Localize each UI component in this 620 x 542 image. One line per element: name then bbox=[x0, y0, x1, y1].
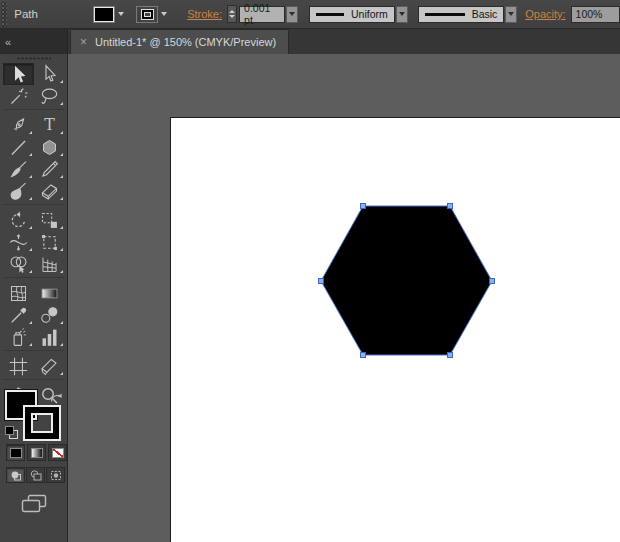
tool-rotate[interactable] bbox=[3, 209, 34, 231]
blob-brush-icon bbox=[8, 181, 29, 202]
width-profile-select[interactable]: Uniform bbox=[309, 6, 395, 23]
tab-title: Untitled-1* @ 150% (CMYK/Preview) bbox=[95, 36, 276, 48]
artboard-icon bbox=[8, 356, 29, 377]
draw-inside-button[interactable] bbox=[46, 467, 65, 483]
perspective-grid-icon bbox=[39, 254, 60, 275]
opacity-input[interactable]: 100% bbox=[571, 6, 620, 23]
tool-mesh[interactable] bbox=[3, 282, 34, 304]
rotate-icon bbox=[8, 210, 29, 231]
screen-mode-icon bbox=[21, 494, 47, 513]
control-bar: Path Stroke: 0.001 pt Uniform Basic Opac… bbox=[0, 0, 620, 29]
tool-magic-wand[interactable] bbox=[3, 85, 34, 107]
gradient-button[interactable] bbox=[27, 444, 46, 461]
fill-color-dropdown-arrow-icon[interactable] bbox=[115, 6, 127, 23]
column-graph-icon bbox=[39, 327, 60, 348]
artboard[interactable] bbox=[170, 117, 620, 542]
tools-panel: T bbox=[0, 54, 68, 542]
tool-lasso[interactable] bbox=[34, 85, 65, 107]
fill-color-control bbox=[93, 6, 127, 23]
width-profile-value: Uniform bbox=[351, 8, 388, 20]
stroke-weight-stepper[interactable] bbox=[227, 5, 237, 23]
width-profile-dropdown-arrow-icon[interactable] bbox=[396, 6, 408, 23]
slice-icon bbox=[39, 356, 60, 377]
type-icon: T bbox=[39, 115, 60, 136]
none-button[interactable] bbox=[48, 444, 67, 461]
scale-icon bbox=[39, 210, 60, 231]
tool-blend[interactable] bbox=[34, 304, 65, 326]
screen-mode-button[interactable] bbox=[13, 491, 55, 515]
draw-behind-button[interactable] bbox=[26, 467, 45, 483]
stroke-weight-dropdown-arrow-icon[interactable] bbox=[286, 6, 298, 23]
tool-scale[interactable] bbox=[34, 209, 65, 231]
tool-paintbrush[interactable] bbox=[3, 158, 34, 180]
draw-normal-button[interactable] bbox=[6, 467, 25, 483]
eraser-icon bbox=[39, 181, 60, 202]
tool-perspective-grid[interactable] bbox=[34, 253, 65, 275]
opacity-panel-link[interactable]: Opacity: bbox=[525, 8, 565, 20]
illustrator-window: Path Stroke: 0.001 pt Uniform Basic Opac… bbox=[0, 0, 620, 542]
tools-panel-grip[interactable] bbox=[17, 57, 51, 61]
polygon-icon bbox=[39, 137, 60, 158]
stroke-swatch[interactable] bbox=[25, 407, 59, 439]
swap-fill-stroke-icon[interactable] bbox=[50, 389, 63, 407]
brush-definition-value: Basic bbox=[472, 8, 498, 20]
paint-style-buttons bbox=[6, 444, 67, 461]
tool-polygon[interactable] bbox=[34, 136, 65, 158]
draw-inside-icon bbox=[50, 470, 62, 481]
stroke-weight-input[interactable]: 0.001 pt bbox=[239, 6, 285, 23]
gradient-icon bbox=[39, 283, 60, 304]
none-icon bbox=[52, 448, 64, 458]
tool-gradient[interactable] bbox=[34, 282, 65, 304]
direct-selection-icon bbox=[39, 64, 60, 85]
uniform-profile-preview-icon bbox=[316, 13, 344, 16]
draw-behind-icon bbox=[30, 470, 42, 481]
main-area: T bbox=[0, 54, 620, 542]
drawing-mode-buttons bbox=[6, 467, 65, 483]
line-segment-icon bbox=[8, 137, 29, 158]
tools-grid: T bbox=[3, 63, 65, 406]
default-fill-stroke-icon[interactable] bbox=[5, 426, 18, 439]
collapse-panel-icon[interactable]: « bbox=[5, 36, 11, 48]
tools-panel-header: « bbox=[0, 29, 68, 54]
tool-pencil[interactable] bbox=[34, 158, 65, 180]
tool-selection[interactable] bbox=[3, 63, 34, 85]
mesh-icon bbox=[8, 283, 29, 304]
stroke-color-swatch[interactable] bbox=[136, 6, 158, 23]
magic-wand-icon bbox=[8, 86, 29, 107]
tool-column-graph[interactable] bbox=[34, 326, 65, 348]
tool-symbol-sprayer[interactable] bbox=[3, 326, 34, 348]
control-bar-grip[interactable] bbox=[1, 2, 7, 27]
document-tab[interactable]: × Untitled-1* @ 150% (CMYK/Preview) bbox=[70, 29, 289, 54]
tool-line-segment[interactable] bbox=[3, 136, 34, 158]
tool-eraser[interactable] bbox=[34, 180, 65, 202]
tool-eyedropper[interactable] bbox=[3, 304, 34, 326]
color-button[interactable] bbox=[6, 444, 25, 461]
color-icon bbox=[10, 448, 22, 458]
brush-definition-select[interactable]: Basic bbox=[418, 6, 505, 23]
paintbrush-icon bbox=[8, 159, 29, 180]
tool-slice[interactable] bbox=[34, 355, 65, 377]
fill-color-swatch[interactable] bbox=[93, 6, 115, 23]
symbol-sprayer-icon bbox=[8, 327, 29, 348]
lasso-icon bbox=[39, 86, 60, 107]
stroke-color-control bbox=[136, 6, 170, 23]
draw-normal-icon bbox=[10, 470, 22, 481]
tool-width[interactable] bbox=[3, 231, 34, 253]
brush-definition-dropdown-arrow-icon[interactable] bbox=[505, 6, 517, 23]
tool-direct-selection[interactable] bbox=[34, 63, 65, 85]
pencil-icon bbox=[39, 159, 60, 180]
tool-free-transform[interactable] bbox=[34, 231, 65, 253]
stroke-color-dropdown-arrow-icon[interactable] bbox=[158, 6, 170, 23]
tool-pen[interactable] bbox=[3, 114, 34, 136]
stroke-panel-link[interactable]: Stroke: bbox=[187, 8, 222, 20]
tool-blob-brush[interactable] bbox=[3, 180, 34, 202]
tool-artboard[interactable] bbox=[3, 355, 34, 377]
tool-type[interactable]: T bbox=[34, 114, 65, 136]
selection-context-label: Path bbox=[14, 8, 93, 20]
width-icon bbox=[8, 232, 29, 253]
canvas[interactable] bbox=[68, 54, 620, 542]
basic-brush-preview-icon bbox=[425, 13, 465, 16]
shape-builder-icon bbox=[8, 254, 29, 275]
tab-close-icon[interactable]: × bbox=[80, 36, 87, 48]
tool-shape-builder[interactable] bbox=[3, 253, 34, 275]
